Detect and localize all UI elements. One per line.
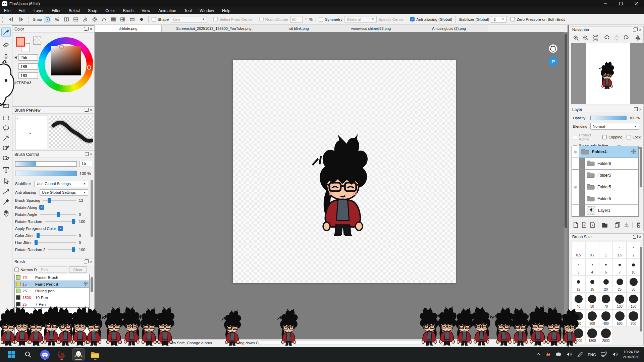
gear-icon[interactable] [631, 149, 636, 155]
alpaca-overlay-badge[interactable] [549, 44, 557, 53]
blending-select[interactable]: Normal▼ [590, 123, 639, 130]
roundcorner-checkbox[interactable]: RoundCorner [259, 17, 288, 21]
toolbar-handle[interactable] [2, 16, 4, 23]
close-button[interactable] [629, 0, 644, 7]
float-panel-icon[interactable] [84, 109, 87, 112]
menu-item-help[interactable]: Help [218, 8, 234, 14]
firefox-taskbar-icon[interactable] [56, 349, 68, 361]
menu-item-select[interactable]: Select [65, 8, 84, 14]
snap-off-button[interactable] [44, 16, 51, 23]
sv-marker[interactable] [59, 45, 64, 49]
brush-list-item[interactable]: 70Pastel Brush [15, 274, 89, 281]
brush-size-cell[interactable]: 7 [613, 259, 627, 276]
brush-size-cell[interactable]: 2000 [599, 327, 613, 344]
canvas-area[interactable] [95, 32, 564, 339]
snap-curve-button[interactable] [100, 16, 108, 23]
symmetry-select[interactable]: Bilateral▼ [344, 16, 377, 23]
foreground-swatch[interactable] [16, 37, 25, 47]
firealpaca-taskbar-icon[interactable] [72, 349, 85, 361]
canvas[interactable] [233, 60, 456, 283]
blue-field[interactable] [18, 72, 38, 79]
new-8bit-layer-icon[interactable]: 8 [581, 222, 586, 228]
text-tool[interactable] [1, 165, 11, 174]
brush-size-cell[interactable]: 1 [599, 242, 613, 258]
select-lasso-tool[interactable] [1, 123, 11, 133]
layer-row[interactable]: Folder5 [572, 170, 638, 181]
specify-center-button[interactable]: Specify Center [379, 17, 404, 21]
brush-control-scrollbar[interactable] [91, 180, 93, 237]
slider-handle[interactable] [72, 247, 75, 252]
nav-reset-rotation-icon[interactable] [612, 34, 621, 42]
onion-next-button[interactable] [17, 16, 26, 23]
brush-size-cell[interactable]: 150 [627, 293, 640, 310]
transparent-swatch[interactable] [33, 37, 41, 45]
layer-opacity-slider[interactable] [590, 116, 627, 120]
document-tab[interactable]: woowisss shimeji23.png [332, 25, 410, 32]
protect-alpha-checkbox[interactable]: Protect Alpha [573, 133, 598, 141]
layer-visibility-cell[interactable] [572, 170, 579, 181]
brush-size-cell[interactable]: 3 [572, 259, 585, 276]
merge-down-icon[interactable] [624, 222, 629, 228]
magic-wand-tool[interactable] [1, 133, 11, 143]
menu-item-window[interactable]: Window [196, 8, 218, 14]
slider-handle[interactable] [48, 198, 51, 203]
brush-size-cell[interactable]: 500 [613, 310, 627, 327]
menu-item-filter[interactable]: Filter [48, 8, 65, 14]
layer-row-main[interactable]: Folder5 [585, 181, 638, 193]
language-indicator[interactable]: ENG [588, 353, 596, 357]
start-button[interactable] [5, 349, 17, 361]
alpaca-shimeji[interactable] [0, 60, 19, 110]
layer-row[interactable]: Folder6 [572, 158, 638, 170]
nav-zoom-in-icon[interactable] [572, 34, 580, 42]
brush-size-cell[interactable]: 70 [599, 293, 613, 310]
menu-item-brush[interactable]: Brush [119, 8, 138, 14]
brush-size-cell[interactable]: 700 [627, 310, 640, 327]
document-tab[interactable]: Screenshot_20251013_195500_YouTube.png [162, 25, 266, 32]
select-rect-tool[interactable] [1, 113, 11, 123]
nav-zoom-fit-icon[interactable] [591, 34, 599, 42]
menu-item-file[interactable]: File [0, 8, 14, 14]
minimize-button[interactable] [598, 0, 613, 7]
control-slider[interactable] [43, 200, 76, 201]
sv-square[interactable] [51, 46, 81, 75]
shimeji-sprite[interactable] [152, 307, 178, 347]
close-panel-icon[interactable]: × [90, 27, 92, 31]
layer-visibility-cell[interactable] [572, 205, 579, 216]
control-slider[interactable] [40, 214, 76, 215]
control-select[interactable]: Use Global Settings▼ [34, 181, 88, 187]
close-panel-icon[interactable]: × [639, 28, 641, 32]
float-panel-icon[interactable] [633, 235, 636, 239]
brush-size-cell[interactable]: 0.7 [585, 242, 599, 258]
float-panel-icon[interactable] [633, 108, 636, 111]
close-panel-icon[interactable]: × [90, 108, 92, 112]
tray-chevron-icon[interactable] [536, 353, 541, 357]
layer-row-main[interactable]: Folder5 [585, 170, 638, 181]
shape-select[interactable]: Line▼ [171, 16, 207, 23]
control-checkbox[interactable]: ✓ [39, 205, 44, 210]
control-checkbox[interactable]: ✓ [58, 226, 63, 231]
clock[interactable]: 10:24 PM 2/10/2026 [623, 350, 639, 360]
brush-size-value[interactable]: 15 [79, 161, 92, 167]
gear-icon[interactable] [84, 282, 88, 287]
eraser-tool[interactable] [1, 40, 11, 49]
layer-row[interactable]: Folder4 [572, 146, 638, 158]
brush-size-cell[interactable]: 1.5 [613, 242, 627, 258]
menu-item-snap[interactable]: Snap [84, 8, 101, 14]
brush-size-cell[interactable]: 4 [585, 259, 599, 276]
duplicate-layer-icon[interactable] [614, 222, 620, 228]
divide-tool[interactable] [1, 187, 11, 196]
layer-visibility-cell[interactable] [572, 193, 579, 204]
tray-volume2-icon[interactable] [612, 352, 618, 358]
snap-parallel-button[interactable] [53, 16, 61, 23]
brush-opacity-slider[interactable] [15, 171, 77, 176]
brush-size-cell[interactable]: 400 [599, 310, 613, 327]
layer-row[interactable]: Folder5 [572, 181, 638, 193]
brush-size-cell[interactable]: 12 [572, 276, 585, 293]
new-layer-icon[interactable] [573, 222, 578, 228]
symmetry-checkbox[interactable]: Symmetry [319, 17, 342, 21]
brush-size-slider[interactable] [15, 161, 77, 167]
float-panel-icon[interactable] [633, 28, 636, 32]
snap-dot-button[interactable] [138, 16, 145, 23]
discord-taskbar-icon[interactable] [39, 349, 51, 361]
eyedropper-tool[interactable] [1, 197, 11, 206]
